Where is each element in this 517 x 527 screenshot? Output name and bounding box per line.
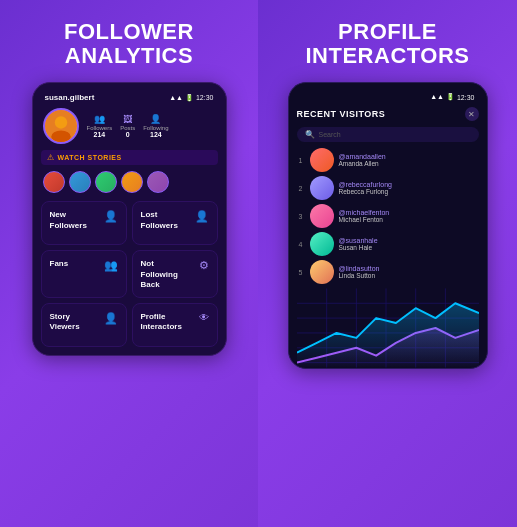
right-panel: PROFILE INTERACTORS ▲▲ 🔋 12:30 RECENT VI… — [258, 0, 517, 527]
visitor-avatar-1 — [310, 148, 334, 172]
close-button[interactable]: ✕ — [465, 107, 479, 121]
stories-avatars — [41, 171, 218, 193]
visitor-name-3: Michael Fenton — [339, 216, 390, 223]
right-phone-mockup: ▲▲ 🔋 12:30 RECENT VISITORS ✕ 🔍 Search 1 … — [288, 82, 488, 369]
left-phone-mockup: susan.gilbert ▲▲ 🔋 12:30 👥 Followers 214… — [32, 82, 227, 355]
search-placeholder: Search — [319, 131, 341, 138]
avatar — [43, 108, 79, 144]
fans-icon: 👥 — [104, 259, 118, 272]
visitor-name-1: Amanda Allen — [339, 160, 386, 167]
new-followers-label: NewFollowers — [50, 210, 87, 231]
visitor-info-1: @amandaallen Amanda Allen — [339, 153, 386, 167]
not-following-back-label: NotFollowingBack — [141, 259, 178, 290]
story-avatar-1[interactable] — [43, 171, 65, 193]
search-bar[interactable]: 🔍 Search — [297, 127, 479, 142]
visitor-name-5: Linda Sutton — [339, 272, 380, 279]
right-title-line2: INTERACTORS — [306, 43, 470, 68]
story-viewers-icon: 👤 — [104, 312, 118, 325]
stat-following: 👤 Following 124 — [143, 114, 168, 138]
lost-followers-btn[interactable]: LostFollowers 👤 — [132, 201, 218, 245]
search-icon: 🔍 — [305, 130, 315, 139]
list-item[interactable]: 3 @michaelfenton Michael Fenton — [297, 204, 479, 228]
story-viewers-label: StoryViewers — [50, 312, 80, 333]
lost-followers-label: LostFollowers — [141, 210, 178, 231]
right-panel-title: PROFILE INTERACTORS — [306, 20, 470, 68]
svg-point-1 — [54, 117, 66, 129]
warning-icon: ⚠ — [47, 153, 54, 162]
left-panel: FOLLOWER ANALYTICS susan.gilbert ▲▲ 🔋 12… — [0, 0, 258, 527]
posts-value: 0 — [126, 131, 130, 138]
visitor-num-3: 3 — [297, 213, 305, 220]
visitor-info-3: @michaelfenton Michael Fenton — [339, 209, 390, 223]
visitor-num-2: 2 — [297, 185, 305, 192]
profile-interactors-icon: 👁 — [199, 312, 209, 323]
visitor-avatar-5 — [310, 260, 334, 284]
visitor-handle-2: @rebeccafurlong — [339, 181, 392, 188]
visitor-avatar-2 — [310, 176, 334, 200]
new-followers-icon: 👤 — [104, 210, 118, 223]
recent-visitors-title: RECENT VISITORS — [297, 109, 386, 119]
followers-value: 214 — [94, 131, 106, 138]
visitor-info-5: @lindasutton Linda Sutton — [339, 265, 380, 279]
new-followers-btn[interactable]: NewFollowers 👤 — [41, 201, 127, 245]
watch-stories-text: WATCH STORIES — [58, 154, 122, 161]
stat-followers: 👥 Followers 214 — [87, 114, 113, 138]
status-icons-right: ▲▲ 🔋 12:30 — [430, 93, 474, 101]
visitor-name-2: Rebecca Furlong — [339, 188, 392, 195]
recent-visitors-header: RECENT VISITORS ✕ — [297, 107, 479, 121]
visitor-list: 1 @amandaallen Amanda Allen 2 @rebeccafu… — [297, 148, 479, 284]
list-item[interactable]: 5 @lindasutton Linda Sutton — [297, 260, 479, 284]
visitor-avatar-3 — [310, 204, 334, 228]
visitor-info-4: @susanhale Susan Hale — [339, 237, 378, 251]
list-item[interactable]: 4 @susanhale Susan Hale — [297, 232, 479, 256]
left-panel-title: FOLLOWER ANALYTICS — [64, 20, 194, 68]
visitor-name-4: Susan Hale — [339, 244, 378, 251]
left-title-line2: ANALYTICS — [65, 43, 193, 68]
stats-row: 👥 Followers 214 🖼 Posts 0 👤 Following 12… — [87, 114, 169, 138]
visitor-num-4: 4 — [297, 241, 305, 248]
following-icon: 👤 — [150, 114, 161, 124]
visitor-handle-3: @michaelfenton — [339, 209, 390, 216]
visitor-handle-4: @susanhale — [339, 237, 378, 244]
not-following-back-icon: ⚙ — [199, 259, 209, 272]
posts-icon: 🖼 — [123, 114, 132, 124]
visitor-info-2: @rebeccafurlong Rebecca Furlong — [339, 181, 392, 195]
not-following-back-btn[interactable]: NotFollowingBack ⚙ — [132, 250, 218, 297]
following-value: 124 — [150, 131, 162, 138]
status-bar-left: susan.gilbert ▲▲ 🔋 12:30 — [41, 93, 218, 102]
list-item[interactable]: 2 @rebeccafurlong Rebecca Furlong — [297, 176, 479, 200]
fans-label: Fans — [50, 259, 69, 269]
profile-interactors-btn[interactable]: ProfileInteractors 👁 — [132, 303, 218, 347]
story-avatar-5[interactable] — [147, 171, 169, 193]
stat-posts: 🖼 Posts 0 — [120, 114, 135, 138]
fans-btn[interactable]: Fans 👥 — [41, 250, 127, 297]
visitor-handle-1: @amandaallen — [339, 153, 386, 160]
visitor-num-1: 1 — [297, 157, 305, 164]
analytics-chart — [297, 288, 479, 368]
story-viewers-btn[interactable]: StoryViewers 👤 — [41, 303, 127, 347]
story-avatar-2[interactable] — [69, 171, 91, 193]
status-bar-right: ▲▲ 🔋 12:30 — [297, 93, 479, 101]
list-item[interactable]: 1 @amandaallen Amanda Allen — [297, 148, 479, 172]
watch-stories-bar[interactable]: ⚠ WATCH STORIES — [41, 150, 218, 165]
story-avatar-3[interactable] — [95, 171, 117, 193]
username: susan.gilbert — [45, 93, 95, 102]
story-avatar-4[interactable] — [121, 171, 143, 193]
chart-area — [297, 288, 479, 368]
status-icons-left: ▲▲ 🔋 12:30 — [169, 94, 213, 102]
visitor-avatar-4 — [310, 232, 334, 256]
left-title-line1: FOLLOWER — [64, 19, 194, 44]
followers-icon: 👥 — [94, 114, 105, 124]
visitor-handle-5: @lindasutton — [339, 265, 380, 272]
right-title-line1: PROFILE — [338, 19, 437, 44]
profile-interactors-label: ProfileInteractors — [141, 312, 182, 333]
visitor-num-5: 5 — [297, 269, 305, 276]
lost-followers-icon: 👤 — [195, 210, 209, 223]
profile-section: 👥 Followers 214 🖼 Posts 0 👤 Following 12… — [41, 108, 218, 144]
action-grid: NewFollowers 👤 LostFollowers 👤 Fans 👥 No… — [41, 201, 218, 346]
